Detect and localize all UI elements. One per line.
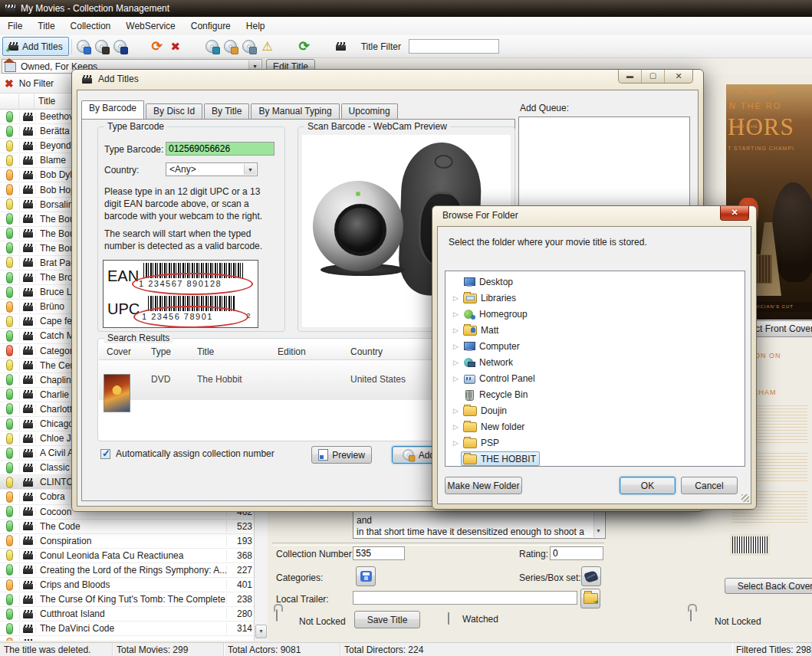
folder-icon <box>463 438 477 448</box>
col-type[interactable]: Type <box>151 346 171 357</box>
movie-list-row[interactable]: Crips and Bloods 401 <box>0 578 254 592</box>
menu-item[interactable]: WebService <box>118 18 182 34</box>
ok-button[interactable]: OK <box>620 477 676 494</box>
menu-item[interactable]: Configure <box>183 18 238 34</box>
disc-video-icon <box>95 40 108 53</box>
type-column-header[interactable] <box>19 93 35 109</box>
tree-item[interactable]: ▷ Libraries <box>445 290 745 306</box>
col-cover[interactable]: Cover <box>107 346 131 357</box>
tree-item[interactable]: ▷ Matt <box>445 322 745 338</box>
movie-clapper-icon <box>23 244 33 252</box>
chevron-down-icon[interactable]: ▼ <box>244 164 256 175</box>
tree-item[interactable]: ▷ Doujin <box>445 402 745 418</box>
cover-lock-icon[interactable] <box>690 610 692 621</box>
status-pill-cell <box>0 184 20 195</box>
status-pill <box>6 623 13 635</box>
tree-item[interactable]: ▷ Control Panel <box>445 370 745 386</box>
tree-item[interactable]: THE HOBBIT <box>445 451 745 467</box>
status-column-header[interactable] <box>0 93 19 109</box>
network-icon <box>463 357 475 368</box>
movie-list-row[interactable]: Conul Leonida Fata Cu Reactiunea 368 <box>0 549 254 563</box>
status-pill <box>6 242 13 254</box>
tab[interactable]: By Disc Id <box>146 103 202 119</box>
status-pill-cell <box>0 389 20 400</box>
preview-button[interactable]: Preview <box>311 446 372 464</box>
cancel-button[interactable]: Cancel <box>681 477 738 494</box>
select-back-cover-button[interactable]: Select Back Cover <box>725 578 812 594</box>
computer-icon <box>463 341 475 352</box>
movie-list-row[interactable]: Creating the Lord of the Rings Symphony:… <box>0 563 254 578</box>
movie-list-row[interactable]: The Curse Of King Tut's Tomb: The Comple… <box>0 592 254 607</box>
close-button[interactable]: ✕ <box>720 206 749 221</box>
movie-clapper-icon <box>23 522 33 530</box>
scroll-down-icon[interactable]: ▼ <box>255 625 267 638</box>
rating-input[interactable] <box>550 546 603 560</box>
maximize-button[interactable]: ▢ <box>642 70 665 83</box>
expand-arrow-icon[interactable]: ▷ <box>451 294 461 302</box>
tree-item[interactable]: Recycle Bin <box>445 386 745 402</box>
movie-type-cell <box>20 435 36 443</box>
expand-arrow-icon[interactable]: ▷ <box>451 439 461 447</box>
movie-list-row[interactable]: The DaVinci Code 314 <box>0 622 254 636</box>
status-pill <box>6 155 13 166</box>
movie-clapper-icon <box>23 625 33 633</box>
close-button[interactable]: ✕ <box>665 70 692 83</box>
title-filter-input[interactable] <box>409 39 499 54</box>
movie-clapper-icon <box>23 229 33 238</box>
tree-item[interactable]: Desktop <box>445 274 745 290</box>
resize-grip[interactable] <box>741 494 749 502</box>
tab[interactable]: By Manual Typing <box>251 103 339 119</box>
cancel-label: Cancel <box>695 481 723 491</box>
auto-assign-checkbox[interactable] <box>100 449 110 459</box>
save-title-button[interactable]: Save Title <box>354 611 420 628</box>
menu-item[interactable]: Collection <box>63 18 119 34</box>
col-edition[interactable]: Edition <box>278 346 306 357</box>
country-select[interactable]: <Any> ▼ <box>166 162 258 176</box>
collection-number-input[interactable] <box>353 546 405 560</box>
expand-arrow-icon[interactable]: ▷ <box>451 423 461 431</box>
tab[interactable]: By Barcode <box>81 100 144 119</box>
tree-item[interactable]: ▷ Network <box>445 354 745 370</box>
upc-ellipse <box>133 306 248 328</box>
expand-arrow-icon[interactable]: ▷ <box>451 326 461 334</box>
lock-icon[interactable] <box>276 610 278 621</box>
browse-trailer-button[interactable] <box>580 589 600 608</box>
menu-item[interactable]: Title <box>30 18 62 34</box>
tree-item[interactable]: ▷ Homegroup <box>445 306 745 322</box>
local-trailer-input[interactable] <box>353 591 577 605</box>
preview-label: Preview <box>332 450 365 461</box>
expand-arrow-icon[interactable]: ▷ <box>451 359 461 366</box>
tree-item[interactable]: ▷ New folder <box>445 418 745 435</box>
menu-item[interactable]: File <box>0 18 30 34</box>
expand-arrow-icon[interactable]: ▷ <box>451 343 461 350</box>
minimize-button[interactable]: ▬ <box>619 70 642 83</box>
movie-list-row[interactable]: The Code 523 <box>0 520 254 534</box>
movie-type-cell <box>20 258 36 267</box>
expand-arrow-icon[interactable]: ▷ <box>451 407 461 415</box>
series-box-set-button[interactable] <box>581 566 601 586</box>
tree-item[interactable]: ▷ PSP <box>445 435 745 451</box>
movie-type-cell <box>20 639 36 641</box>
movie-list-row[interactable]: Cutthroat Island 280 <box>0 607 254 622</box>
watched-checkbox[interactable] <box>448 612 449 625</box>
add-titles-button[interactable]: Add Titles <box>2 37 69 56</box>
movie-title: Crips and Bloods <box>36 579 226 590</box>
movie-clapper-icon <box>23 258 33 267</box>
tree-item[interactable]: ▷ Computer <box>445 338 745 354</box>
barcode-input[interactable] <box>166 142 275 156</box>
status-bar: The title was deleted.Total Movies: 299T… <box>0 642 812 656</box>
col-country[interactable]: Country <box>350 346 383 357</box>
categories-button[interactable] <box>356 566 376 586</box>
status-panel: Total Directors: 224 <box>340 643 732 656</box>
movie-list-row[interactable] <box>0 636 254 641</box>
expand-arrow-icon[interactable]: ▷ <box>451 310 461 318</box>
movie-list-row[interactable]: Conspiration 193 <box>0 534 254 549</box>
movie-clapper-icon <box>23 332 33 340</box>
tab[interactable]: Upcoming <box>341 103 398 119</box>
categories-icon <box>360 571 372 582</box>
tab[interactable]: By Title <box>204 103 249 119</box>
make-new-folder-button[interactable]: Make New Folder <box>445 477 522 494</box>
col-title[interactable]: Title <box>197 346 214 357</box>
menu-item[interactable]: Help <box>238 18 273 34</box>
expand-arrow-icon[interactable]: ▷ <box>451 375 461 382</box>
